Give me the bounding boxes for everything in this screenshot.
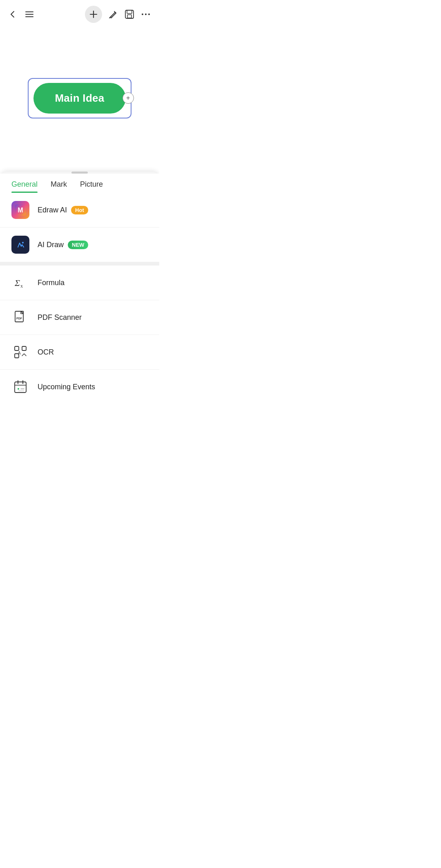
- menu-item-ai-draw[interactable]: AI Draw NEW: [0, 228, 159, 262]
- ai-draw-icon: [11, 236, 29, 254]
- pdf-svg: PDF: [13, 310, 28, 325]
- menu-item-edraw-ai[interactable]: M Edraw AI Hot: [0, 193, 159, 228]
- ocr-icon: A: [11, 343, 29, 361]
- svg-rect-21: [15, 346, 19, 350]
- upcoming-events-label: Upcoming Events: [38, 383, 95, 391]
- pdf-icon: PDF: [11, 308, 29, 326]
- back-button[interactable]: [8, 10, 17, 19]
- menu-button[interactable]: [24, 9, 34, 19]
- menu-item-pdf-scanner[interactable]: PDF PDF Scanner: [0, 300, 159, 335]
- events-icon: [11, 378, 29, 396]
- svg-rect-5: [111, 16, 113, 18]
- formula-icon: Σ x: [11, 274, 29, 292]
- ocr-svg: A: [13, 344, 28, 360]
- tab-mark[interactable]: Mark: [51, 180, 67, 193]
- svg-rect-8: [127, 15, 131, 18]
- toolbar: [0, 0, 159, 29]
- plus-icon: [89, 10, 98, 19]
- toolbar-left: [8, 9, 34, 19]
- edraw-ai-label: Edraw AI: [38, 206, 67, 214]
- add-button[interactable]: [85, 6, 102, 23]
- pdf-scanner-label: PDF Scanner: [38, 313, 82, 322]
- bottom-sheet: General Mark Picture: [0, 172, 159, 404]
- menu-item-upcoming-events[interactable]: Upcoming Events: [0, 370, 159, 404]
- tabs: General Mark Picture: [0, 174, 159, 193]
- highlighter-icon: [108, 9, 118, 20]
- svg-text:PDF: PDF: [16, 317, 22, 320]
- back-icon: [8, 10, 17, 19]
- canvas-area: Main Idea +: [0, 29, 159, 167]
- formula-label: Formula: [38, 279, 65, 287]
- highlighter-button[interactable]: [108, 9, 118, 20]
- section-divider: [0, 262, 159, 266]
- edraw-ai-text-wrap: Edraw AI Hot: [38, 206, 148, 214]
- toolbar-right: [85, 6, 151, 23]
- menu-item-formula[interactable]: Σ x Formula: [0, 266, 159, 300]
- svg-rect-22: [22, 346, 26, 350]
- formula-svg: Σ x: [13, 275, 28, 290]
- ocr-label: OCR: [38, 348, 54, 357]
- add-node-button[interactable]: +: [122, 92, 134, 104]
- svg-text:x: x: [20, 283, 23, 289]
- menu-list: M Edraw AI Hot AI Draw NEW: [0, 193, 159, 404]
- main-idea-label: Main Idea: [55, 92, 104, 105]
- ai-draw-label: AI Draw: [38, 241, 64, 249]
- tab-general[interactable]: General: [11, 180, 38, 193]
- more-button[interactable]: [140, 9, 151, 20]
- save-button[interactable]: [124, 9, 135, 20]
- tab-picture[interactable]: Picture: [80, 180, 103, 193]
- svg-rect-6: [125, 10, 134, 18]
- svg-text:A: A: [18, 351, 21, 355]
- main-idea-node[interactable]: Main Idea: [33, 83, 125, 114]
- svg-point-15: [22, 242, 24, 243]
- more-icon: [140, 9, 151, 20]
- edraw-ai-icon: M: [11, 201, 29, 219]
- svg-rect-7: [127, 10, 132, 13]
- hot-badge: Hot: [71, 206, 88, 214]
- hamburger-icon: [24, 9, 34, 19]
- node-wrapper: Main Idea +: [33, 83, 125, 114]
- edraw-ai-logo: M: [15, 204, 26, 216]
- new-badge: NEW: [68, 241, 88, 249]
- svg-point-9: [142, 13, 143, 15]
- menu-item-ocr[interactable]: A OCR: [0, 335, 159, 370]
- ai-draw-logo: [15, 239, 26, 250]
- save-icon: [124, 9, 135, 20]
- svg-text:M: M: [18, 207, 23, 214]
- events-svg: [13, 379, 28, 395]
- ai-draw-text-wrap: AI Draw NEW: [38, 241, 148, 249]
- svg-point-11: [148, 13, 150, 15]
- svg-text:Σ: Σ: [14, 278, 20, 288]
- svg-point-29: [18, 388, 19, 390]
- svg-point-10: [145, 13, 147, 15]
